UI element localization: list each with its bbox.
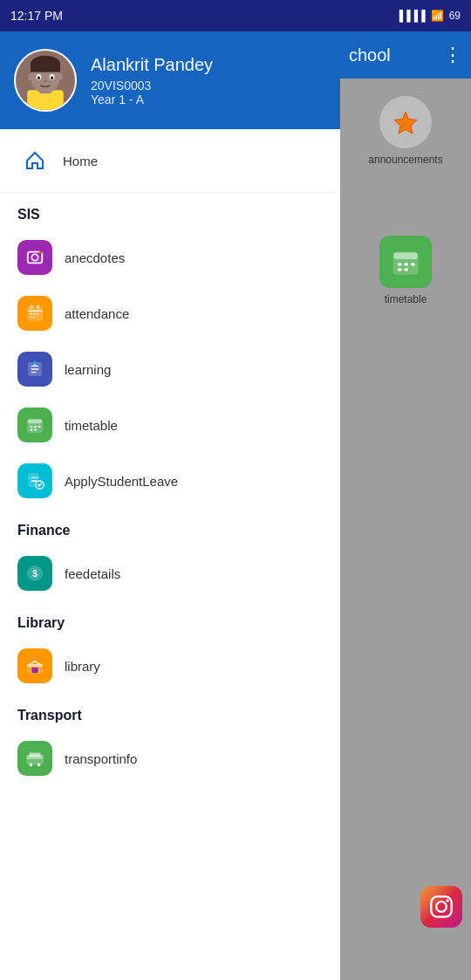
library-label: library bbox=[65, 659, 100, 674]
feedetails-label: feedetails bbox=[65, 566, 120, 581]
status-icons: ▐▐▐▐ 📶 69 bbox=[396, 10, 461, 22]
section-finance: Finance bbox=[0, 509, 340, 545]
svg-point-44 bbox=[30, 764, 33, 767]
announcements-section: announcements bbox=[340, 79, 471, 175]
learning-label: learning bbox=[65, 362, 111, 377]
svg-marker-47 bbox=[394, 112, 417, 134]
svg-point-27 bbox=[33, 361, 37, 365]
home-label: Home bbox=[63, 154, 98, 168]
section-sis: SIS bbox=[0, 193, 340, 230]
home-icon bbox=[17, 143, 52, 178]
anecdotes-label: anecdotes bbox=[65, 250, 125, 265]
svg-rect-49 bbox=[394, 253, 418, 260]
svg-rect-30 bbox=[31, 426, 33, 428]
app-header: chool ⋮ bbox=[340, 31, 471, 79]
drawer-header: Alankrit Pandey 20VIS0003 Year 1 - A bbox=[0, 31, 340, 129]
apply-student-leave-label: ApplyStudentLeave bbox=[65, 474, 178, 489]
svg-rect-32 bbox=[38, 426, 41, 428]
svg-rect-25 bbox=[33, 317, 35, 319]
library-icon bbox=[17, 648, 52, 683]
nav-item-timetable[interactable]: timetable bbox=[0, 397, 340, 453]
nav-item-transportinfo[interactable]: transportinfo bbox=[0, 730, 340, 786]
svg-rect-51 bbox=[405, 264, 409, 266]
timetable-label: timetable bbox=[65, 418, 118, 433]
avatar bbox=[14, 49, 77, 112]
drawer: Alankrit Pandey 20VIS0003 Year 1 - A Hom… bbox=[0, 31, 340, 980]
nav-item-feedetails[interactable]: $ feedetails bbox=[0, 545, 340, 601]
announcements-icon[interactable] bbox=[379, 96, 432, 148]
svg-rect-34 bbox=[34, 429, 37, 431]
signal-icon: ▐▐▐▐ bbox=[396, 10, 426, 22]
user-class: Year 1 - A bbox=[91, 93, 213, 106]
learning-icon bbox=[17, 352, 52, 387]
attendance-icon bbox=[17, 296, 52, 331]
status-bar: 12:17 PM ▐▐▐▐ 📶 69 bbox=[0, 0, 471, 31]
transportinfo-icon bbox=[17, 741, 52, 776]
feedetails-icon: $ bbox=[17, 556, 52, 591]
svg-point-9 bbox=[51, 76, 53, 79]
svg-point-45 bbox=[38, 764, 41, 767]
right-panel: chool ⋮ announcements bbox=[340, 31, 471, 980]
nav-item-library[interactable]: library bbox=[0, 638, 340, 694]
svg-rect-22 bbox=[33, 313, 35, 315]
svg-rect-41 bbox=[28, 664, 43, 667]
svg-rect-31 bbox=[34, 426, 37, 428]
svg-rect-52 bbox=[411, 264, 415, 266]
user-name: Alankrit Pandey bbox=[91, 55, 213, 75]
section-library: Library bbox=[0, 601, 340, 638]
svg-rect-18 bbox=[31, 305, 32, 309]
social-icon-section bbox=[420, 886, 462, 928]
svg-rect-53 bbox=[398, 269, 402, 271]
section-transport: Transport bbox=[0, 694, 340, 730]
svg-rect-29 bbox=[28, 420, 43, 424]
battery-icon: 69 bbox=[449, 10, 461, 22]
svg-rect-24 bbox=[31, 317, 32, 319]
svg-rect-54 bbox=[405, 269, 409, 271]
svg-point-56 bbox=[436, 901, 447, 912]
svg-rect-23 bbox=[37, 313, 38, 315]
svg-text:$: $ bbox=[32, 569, 38, 579]
svg-rect-33 bbox=[31, 429, 33, 431]
nav-item-apply-student-leave[interactable]: ApplyStudentLeave bbox=[0, 453, 340, 509]
svg-point-8 bbox=[38, 76, 40, 79]
apply-student-leave-icon bbox=[17, 463, 52, 498]
timetable-section: timetable bbox=[371, 227, 440, 314]
main-layout: Alankrit Pandey 20VIS0003 Year 1 - A Hom… bbox=[0, 31, 471, 980]
nav-item-learning[interactable]: learning bbox=[0, 341, 340, 397]
nav-item-attendance[interactable]: attendance bbox=[0, 285, 340, 341]
timetable-app-label: timetable bbox=[385, 293, 427, 305]
instagram-icon[interactable] bbox=[420, 886, 462, 928]
svg-point-10 bbox=[44, 80, 47, 83]
announcements-label: announcements bbox=[368, 154, 442, 166]
user-id: 20VIS0003 bbox=[91, 79, 213, 93]
svg-point-14 bbox=[32, 255, 38, 260]
svg-point-11 bbox=[28, 73, 33, 80]
svg-rect-5 bbox=[31, 64, 60, 72]
svg-point-57 bbox=[446, 899, 449, 902]
anecdotes-icon bbox=[17, 240, 52, 275]
svg-rect-21 bbox=[31, 313, 32, 315]
svg-rect-40 bbox=[31, 668, 38, 673]
svg-point-12 bbox=[58, 73, 63, 80]
timetable-app-icon[interactable] bbox=[379, 236, 432, 288]
attendance-label: attendance bbox=[65, 306, 129, 321]
svg-rect-19 bbox=[38, 305, 39, 309]
more-options-button[interactable]: ⋮ bbox=[443, 44, 462, 66]
timetable-icon bbox=[17, 408, 52, 442]
nav-item-anecdotes[interactable]: anecdotes bbox=[0, 230, 340, 285]
status-time: 12:17 PM bbox=[10, 9, 63, 23]
wifi-icon: 📶 bbox=[431, 10, 444, 22]
svg-rect-20 bbox=[28, 310, 43, 312]
nav-item-home[interactable]: Home bbox=[0, 129, 340, 193]
user-info: Alankrit Pandey 20VIS0003 Year 1 - A bbox=[91, 55, 213, 106]
svg-point-16 bbox=[39, 251, 43, 255]
app-title: chool bbox=[349, 45, 391, 65]
svg-rect-50 bbox=[398, 264, 402, 266]
transportinfo-label: transportinfo bbox=[65, 751, 137, 766]
svg-rect-46 bbox=[30, 753, 41, 757]
